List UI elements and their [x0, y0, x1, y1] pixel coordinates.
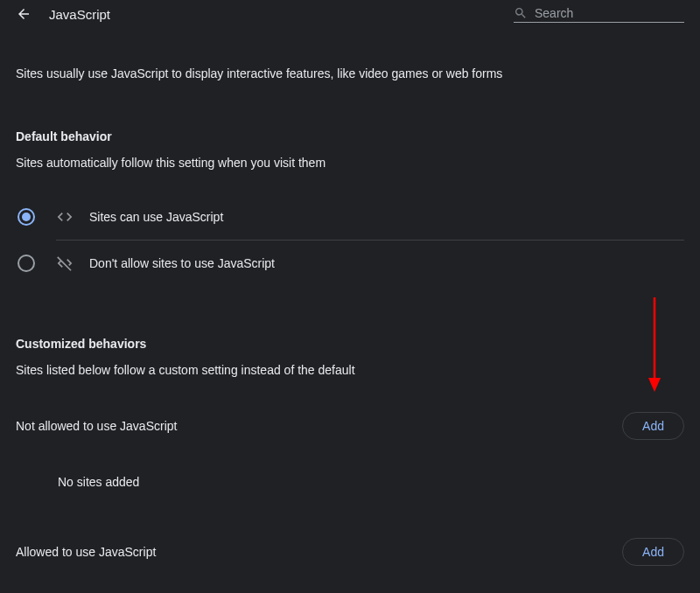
default-behavior-heading: Default behavior: [16, 129, 684, 143]
not-allowed-title: Not allowed to use JavaScript: [16, 419, 177, 433]
customized-heading: Customized behaviors: [16, 337, 684, 351]
not-allowed-section: Not allowed to use JavaScript Add No sit…: [16, 412, 684, 489]
add-not-allowed-button[interactable]: Add: [622, 412, 684, 440]
default-behavior-subtext: Sites automatically follow this setting …: [16, 156, 684, 170]
radio-button-unselected: [18, 255, 35, 272]
radio-content: Sites can use JavaScript: [56, 208, 223, 226]
radio-option-block[interactable]: Don't allow sites to use JavaScript: [18, 241, 684, 286]
not-allowed-empty: No sites added: [16, 475, 684, 489]
radio-content: Don't allow sites to use JavaScript: [56, 255, 275, 272]
allowed-title: Allowed to use JavaScript: [16, 545, 156, 559]
allowed-row: Allowed to use JavaScript Add: [16, 538, 684, 566]
page-description: Sites usually use JavaScript to display …: [16, 66, 684, 80]
back-arrow-icon[interactable]: [16, 6, 32, 22]
radio-label: Sites can use JavaScript: [89, 210, 223, 224]
search-container[interactable]: [514, 6, 684, 23]
radio-option-allow[interactable]: Sites can use JavaScript: [18, 194, 684, 240]
radio-label: Don't allow sites to use JavaScript: [89, 256, 275, 270]
customized-subtext: Sites listed below follow a custom setti…: [16, 363, 684, 377]
radio-button-selected: [18, 208, 35, 226]
page-title: JavaScript: [49, 7, 110, 22]
page-header: JavaScript: [0, 0, 700, 28]
customized-section: Customized behaviors Sites listed below …: [16, 337, 684, 593]
search-icon: [514, 6, 528, 20]
allowed-section: Allowed to use JavaScript Add No sites a…: [16, 538, 684, 593]
not-allowed-row: Not allowed to use JavaScript Add: [16, 412, 684, 440]
code-off-icon: [56, 255, 74, 272]
default-behavior-radio-group: Sites can use JavaScript Don't allow sit…: [16, 194, 684, 286]
header-left: JavaScript: [16, 6, 110, 22]
code-icon: [56, 208, 74, 226]
content-area: Sites usually use JavaScript to display …: [0, 28, 700, 593]
search-input[interactable]: [535, 6, 688, 20]
add-allowed-button[interactable]: Add: [622, 538, 684, 566]
